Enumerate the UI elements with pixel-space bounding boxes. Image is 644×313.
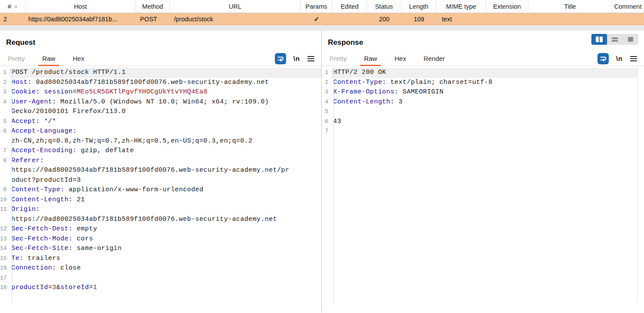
column-header-[interactable]: #∨ bbox=[0, 0, 26, 13]
request-panel-title: Request bbox=[6, 38, 321, 47]
line-number: 16 bbox=[0, 263, 9, 273]
soft-wrap-toggle-icon[interactable] bbox=[275, 53, 286, 64]
code-line: 9Content-Type: application/x-www-form-ur… bbox=[0, 185, 321, 195]
line-number bbox=[0, 137, 9, 147]
response-editor[interactable]: 1HTTP/2 200 OK2Content-Type: text/plain;… bbox=[322, 68, 638, 303]
more-menu-icon[interactable] bbox=[630, 55, 637, 62]
newline-toggle-icon[interactable]: \n bbox=[616, 55, 623, 62]
single-pane-icon bbox=[628, 37, 633, 42]
cell-params: ✓ bbox=[300, 13, 333, 25]
line-number: 8 bbox=[0, 156, 9, 166]
column-label: Extension bbox=[493, 3, 521, 10]
code-line: 16Connection: close bbox=[0, 263, 321, 273]
line-number: 15 bbox=[0, 254, 9, 264]
line-number: 2 bbox=[322, 78, 331, 88]
cell-extension bbox=[486, 13, 528, 25]
line-number: 4 bbox=[0, 97, 9, 107]
code-line: 4Content-Length: 3 bbox=[322, 97, 637, 107]
code-line: 3X-Frame-Options: SAMEORIGIN bbox=[322, 87, 637, 97]
request-tab-hex[interactable]: Hex bbox=[73, 55, 84, 62]
request-tab-pretty[interactable]: Pretty bbox=[8, 55, 25, 62]
column-header-comment[interactable]: Comment bbox=[612, 0, 644, 13]
code-line: 11Origin: bbox=[0, 205, 321, 215]
line-text: Content-Type: application/x-www-form-url… bbox=[9, 185, 321, 195]
line-number: 9 bbox=[0, 185, 9, 195]
soft-wrap-toggle-icon[interactable] bbox=[597, 53, 609, 64]
code-line: 13Sec-Fetch-Mode: cors bbox=[0, 234, 321, 244]
code-line: oduct?productId=3 bbox=[0, 176, 321, 186]
line-text: Accept-Language: bbox=[9, 127, 321, 137]
line-number: 4 bbox=[322, 97, 331, 107]
table-header-row: #∨HostMethodURLParamsEditedStatusLengthM… bbox=[0, 0, 644, 13]
code-line: 643 bbox=[322, 117, 637, 127]
column-header-edited[interactable]: Edited bbox=[333, 0, 367, 13]
column-header-title[interactable]: Title bbox=[528, 0, 612, 13]
column-header-method[interactable]: Method bbox=[136, 0, 170, 13]
line-text: Referer: bbox=[9, 156, 321, 166]
line-text bbox=[9, 273, 321, 283]
cell-title bbox=[528, 13, 612, 25]
column-header-host[interactable]: Host bbox=[26, 0, 136, 13]
column-header-extension[interactable]: Extension bbox=[486, 0, 528, 13]
code-line: 2Host: 0ad80025034abf7181b589f100fd0076.… bbox=[0, 78, 321, 88]
line-text: Content-Length: 3 bbox=[331, 97, 637, 107]
line-number: 13 bbox=[0, 234, 9, 244]
request-tab-raw[interactable]: Raw bbox=[42, 55, 55, 62]
response-tab-render[interactable]: Render bbox=[424, 55, 445, 62]
line-number bbox=[0, 166, 9, 176]
response-tab-raw[interactable]: Raw bbox=[364, 55, 377, 62]
layout-split-rows-button[interactable] bbox=[607, 34, 623, 45]
line-text: https://0ad80025034abf7181b589f100fd0076… bbox=[9, 166, 321, 176]
line-text: Host: 0ad80025034abf7181b589f100fd0076.w… bbox=[9, 78, 321, 88]
request-panel: Request PrettyRawHex \n 1POST /product/s… bbox=[0, 30, 322, 313]
line-text: Cookie: session=MEo5LR5GKTlPgvfYHOCgUkYt… bbox=[9, 87, 321, 97]
layout-split-columns-button[interactable] bbox=[591, 34, 607, 45]
column-label: Comment bbox=[614, 3, 642, 10]
response-tab-pretty[interactable]: Pretty bbox=[330, 55, 347, 62]
table-empty-strip bbox=[0, 25, 644, 30]
column-label: Host bbox=[74, 3, 87, 10]
code-line: zh-CN,zh;q=0.8,zh-TW;q=0.7,zh-HK;q=0.5,e… bbox=[0, 137, 321, 147]
line-number: 10 bbox=[0, 195, 9, 205]
layout-single-pane-button[interactable] bbox=[623, 34, 638, 45]
line-number: 1 bbox=[0, 68, 9, 78]
column-header-status[interactable]: Status bbox=[367, 0, 401, 13]
line-number: 11 bbox=[0, 205, 9, 215]
column-label: # bbox=[8, 3, 11, 10]
line-number: 7 bbox=[0, 146, 9, 156]
newline-toggle-icon[interactable]: \n bbox=[294, 55, 300, 62]
column-header-url[interactable]: URL bbox=[170, 0, 300, 13]
line-text: Gecko/20100101 Firefox/113.0 bbox=[9, 107, 321, 117]
line-number: 14 bbox=[0, 244, 9, 254]
code-line: 7Accept-Encoding: gzip, deflate bbox=[0, 146, 321, 156]
cell-host: https://0ad80025034abf7181b... bbox=[26, 13, 136, 25]
layout-switcher bbox=[591, 34, 638, 45]
line-text: Content-Length: 21 bbox=[9, 195, 321, 205]
response-tab-hex[interactable]: Hex bbox=[394, 55, 406, 62]
request-tabbar: PrettyRawHex \n bbox=[0, 51, 321, 66]
code-line: 1POST /product/stock HTTP/1.1 bbox=[0, 68, 321, 78]
request-editor[interactable]: 1POST /product/stock HTTP/1.12Host: 0ad8… bbox=[0, 68, 321, 303]
code-line: 17 bbox=[0, 273, 321, 283]
code-line: 12Sec-Fetch-Dest: empty bbox=[0, 224, 321, 234]
cell-comment bbox=[612, 13, 644, 25]
split-columns-icon bbox=[596, 37, 603, 42]
more-menu-icon[interactable] bbox=[307, 55, 314, 62]
line-number: 18 bbox=[0, 283, 9, 293]
split-rows-icon bbox=[612, 37, 618, 42]
cell-url: /product/stock bbox=[170, 13, 300, 25]
line-number: 12 bbox=[0, 224, 9, 234]
column-header-params[interactable]: Params bbox=[300, 0, 333, 13]
line-text: HTTP/2 200 OK bbox=[331, 68, 637, 78]
line-text: productId=3&storeId=1 bbox=[9, 283, 321, 293]
line-number: 3 bbox=[322, 87, 331, 97]
column-label: Title bbox=[564, 3, 576, 10]
table-row[interactable]: 2https://0ad80025034abf7181b...POST/prod… bbox=[0, 13, 644, 25]
code-line: 6Accept-Language: bbox=[0, 127, 321, 137]
line-number: 1 bbox=[322, 68, 331, 78]
soft-wrap-glyph bbox=[277, 55, 284, 62]
cell-status: 200 bbox=[367, 13, 401, 25]
column-header-length[interactable]: Length bbox=[401, 0, 437, 13]
code-line: 5Accept: */* bbox=[0, 117, 321, 127]
column-header-mime-type[interactable]: MIME type bbox=[437, 0, 486, 13]
